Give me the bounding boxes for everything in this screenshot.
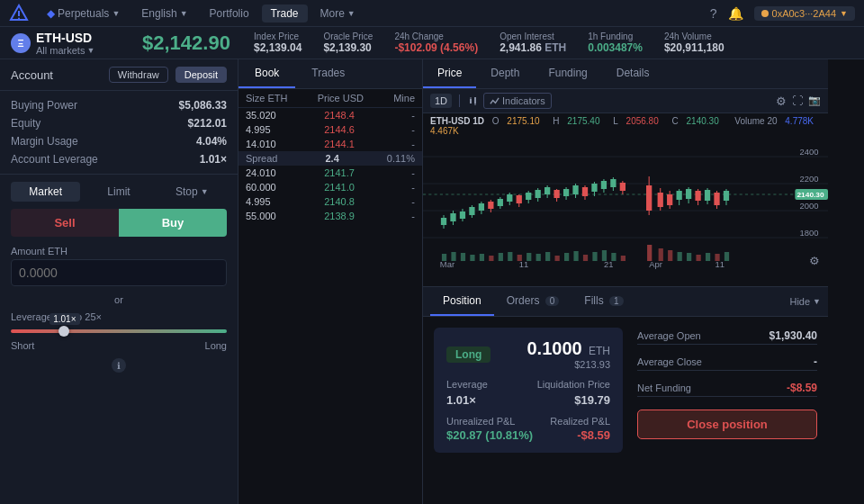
svg-rect-35 bbox=[517, 195, 522, 203]
sell-button[interactable]: Sell bbox=[11, 209, 119, 237]
ticker-fields: Index Price $2,139.04 Oracle Price $2,13… bbox=[254, 32, 853, 54]
tab-price[interactable]: Price bbox=[423, 59, 476, 88]
ask-rows: 35.020 2148.4 - 4.995 2144.6 - 14.010 21… bbox=[238, 108, 422, 151]
tab-orders[interactable]: Orders 0 bbox=[494, 287, 572, 316]
wallet-address[interactable]: 0xA0c3···2A44 ▼ bbox=[754, 6, 855, 21]
svg-rect-79 bbox=[470, 255, 474, 261]
tab-details[interactable]: Details bbox=[602, 59, 664, 88]
svg-rect-27 bbox=[479, 203, 484, 211]
leverage-track[interactable]: 1.01× bbox=[11, 329, 227, 333]
bid-rows: 24.010 2141.7 - 60.000 2141.0 - 4.995 21… bbox=[238, 166, 422, 223]
toolbar-divider bbox=[459, 94, 460, 107]
svg-text:2140.30: 2140.30 bbox=[796, 191, 824, 199]
leverage-thumb[interactable] bbox=[58, 326, 69, 337]
chart-tab-bar: Price Depth Funding Details bbox=[423, 59, 828, 89]
svg-text:Apr: Apr bbox=[649, 260, 662, 269]
amount-label: Amount ETH bbox=[11, 246, 227, 256]
deposit-button[interactable]: Deposit bbox=[176, 67, 227, 83]
chart-timeframe[interactable]: 1D bbox=[430, 94, 452, 108]
position-left: Long 0.1000 ETH $213.93 Leverage 1.01× bbox=[434, 328, 623, 493]
svg-rect-45 bbox=[563, 189, 569, 196]
withdraw-button[interactable]: Withdraw bbox=[109, 67, 168, 83]
chart-area: 1D Indicators ⚙ ⛶ 📷 bbox=[423, 89, 828, 287]
svg-rect-83 bbox=[508, 252, 512, 261]
svg-point-2 bbox=[18, 17, 20, 19]
svg-text:1800: 1800 bbox=[800, 229, 819, 238]
more-menu[interactable]: More ▼ bbox=[311, 4, 364, 22]
left-panel: Account Withdraw Deposit Buying Power $5… bbox=[0, 59, 238, 504]
logo[interactable] bbox=[9, 4, 29, 23]
svg-rect-33 bbox=[507, 194, 512, 202]
svg-rect-90 bbox=[573, 251, 578, 261]
svg-rect-65 bbox=[677, 191, 682, 200]
tab-funding[interactable]: Funding bbox=[534, 59, 601, 88]
svg-rect-97 bbox=[659, 248, 663, 261]
ticker-symbol-name: ETH-USD bbox=[36, 31, 94, 45]
portfolio-link[interactable]: Portfolio bbox=[201, 4, 258, 22]
hide-button[interactable]: Hide ▼ bbox=[789, 296, 821, 307]
ticker-price: $2,142.90 bbox=[128, 32, 254, 55]
right-panel: Price Depth Funding Details 1D bbox=[423, 59, 828, 504]
book-header: Size ETH Price USD Mine bbox=[238, 89, 422, 108]
buy-button[interactable]: Buy bbox=[119, 209, 227, 237]
trade-link[interactable]: Trade bbox=[262, 4, 308, 22]
svg-text:Mar: Mar bbox=[440, 260, 454, 269]
account-leverage-row: Account Leverage 1.01× bbox=[11, 150, 227, 168]
close-position-button[interactable]: Close position bbox=[637, 410, 817, 439]
perpetuals-menu[interactable]: ◆ Perpetuals ▼ bbox=[38, 4, 129, 22]
svg-rect-21 bbox=[450, 213, 455, 221]
svg-rect-49 bbox=[582, 187, 588, 196]
all-markets-button[interactable]: All markets ▼ bbox=[36, 45, 94, 56]
order-type-tabs: Market Limit Stop ▼ bbox=[0, 175, 238, 205]
candle-type-btn[interactable] bbox=[467, 95, 478, 106]
svg-rect-104 bbox=[724, 252, 729, 261]
tab-depth[interactable]: Depth bbox=[476, 59, 534, 88]
net-funding-row: Net Funding -$8.59 bbox=[637, 380, 817, 397]
tab-trades[interactable]: Trades bbox=[295, 59, 361, 88]
account-stats: Buying Power $5,086.33 Equity $212.01 Ma… bbox=[0, 91, 238, 175]
tab-market[interactable]: Market bbox=[11, 182, 80, 202]
trade-action-row: Sell Buy bbox=[11, 209, 227, 237]
pos-direction: Long bbox=[446, 346, 490, 363]
svg-rect-51 bbox=[591, 184, 597, 192]
indicators-button[interactable]: Indicators bbox=[483, 93, 552, 109]
bell-icon[interactable]: 🔔 bbox=[728, 6, 743, 21]
tab-stop[interactable]: Stop ▼ bbox=[158, 182, 227, 202]
chart-settings-icon[interactable]: ⚙ bbox=[776, 94, 787, 108]
svg-rect-89 bbox=[564, 253, 569, 261]
ticker-symbol: Ξ ETH-USD All markets ▼ bbox=[11, 31, 128, 56]
chart-fullscreen-icon[interactable]: ⛶ bbox=[792, 94, 803, 108]
oracle-price-field: Oracle Price $2,139.30 bbox=[323, 32, 373, 54]
svg-rect-37 bbox=[526, 193, 531, 200]
main-layout: Account Withdraw Deposit Buying Power $5… bbox=[0, 59, 864, 504]
help-icon[interactable]: ? bbox=[710, 6, 717, 21]
svg-text:2400: 2400 bbox=[800, 148, 819, 157]
ask-row: 35.020 2148.4 - bbox=[238, 108, 422, 122]
chart-camera-icon[interactable]: 📷 bbox=[808, 94, 821, 108]
amount-input[interactable] bbox=[11, 259, 227, 286]
equity-row: Equity $212.01 bbox=[11, 114, 227, 132]
top-nav: ◆ Perpetuals ▼ English ▼ Portfolio Trade… bbox=[0, 0, 864, 27]
leverage-section: Leverage Up to 25× 1.01× Short Long bbox=[0, 308, 238, 355]
svg-text:2200: 2200 bbox=[800, 175, 819, 184]
svg-rect-75 bbox=[724, 191, 729, 201]
book-content: Size ETH Price USD Mine 35.020 2148.4 - … bbox=[238, 89, 422, 504]
svg-rect-47 bbox=[572, 185, 578, 194]
tab-book[interactable]: Book bbox=[238, 59, 295, 88]
avg-open-row: Average Open $1,930.40 bbox=[637, 328, 817, 345]
svg-rect-61 bbox=[658, 193, 663, 207]
ticker-bar: Ξ ETH-USD All markets ▼ $2,142.90 Index … bbox=[0, 27, 864, 59]
tab-limit[interactable]: Limit bbox=[84, 182, 153, 202]
svg-rect-96 bbox=[647, 245, 652, 261]
tab-position[interactable]: Position bbox=[430, 287, 494, 316]
leverage-value-tag: 1.01× bbox=[50, 313, 79, 325]
svg-rect-95 bbox=[621, 256, 626, 261]
svg-rect-39 bbox=[536, 190, 541, 198]
position-right: Average Open $1,930.40 Average Close - N… bbox=[637, 328, 817, 493]
leverage-labels: Short Long bbox=[11, 340, 227, 351]
english-menu[interactable]: English ▼ bbox=[132, 4, 196, 22]
tab-fills[interactable]: Fills 1 bbox=[572, 287, 635, 316]
bid-row: 4.995 2140.8 - bbox=[238, 194, 422, 209]
svg-rect-98 bbox=[668, 250, 672, 261]
svg-text:2000: 2000 bbox=[800, 202, 819, 211]
